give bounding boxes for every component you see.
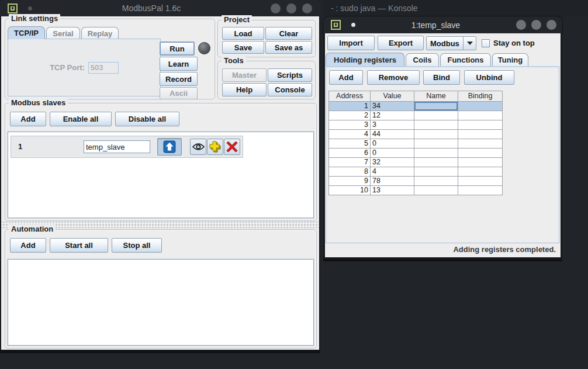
tab-coils[interactable]: Coils xyxy=(406,53,439,66)
table-row[interactable]: 4 44 xyxy=(329,130,503,139)
cell-binding[interactable] xyxy=(458,158,503,167)
table-row[interactable]: 8 4 xyxy=(329,167,503,177)
cell-address[interactable]: 8 xyxy=(329,167,371,177)
register-unbind-button[interactable]: Unbind xyxy=(464,70,514,85)
col-binding[interactable]: Binding xyxy=(458,91,503,102)
slaves-add-button[interactable]: Add xyxy=(10,112,46,126)
cell-value[interactable]: 12 xyxy=(371,111,414,120)
table-row[interactable]: 6 0 xyxy=(329,149,503,158)
cell-address[interactable]: 7 xyxy=(329,158,371,167)
register-remove-button[interactable]: Remove xyxy=(367,70,420,85)
tab-functions[interactable]: Functions xyxy=(440,53,491,66)
tab-holding-registers[interactable]: Holding registers xyxy=(326,53,404,66)
tab-replay[interactable]: Replay xyxy=(81,27,119,39)
scripts-button[interactable]: Scripts xyxy=(268,68,312,82)
cell-value[interactable]: 4 xyxy=(371,167,414,177)
table-row[interactable]: 9 78 xyxy=(329,177,503,186)
cell-name[interactable] xyxy=(414,102,458,111)
cell-value[interactable]: 0 xyxy=(371,149,414,158)
cell-value[interactable]: 3 xyxy=(371,120,414,130)
cell-address[interactable]: 4 xyxy=(329,130,371,139)
cell-address[interactable]: 5 xyxy=(329,139,371,149)
cell-binding[interactable] xyxy=(458,102,503,111)
table-header-row[interactable]: Address Value Name Binding xyxy=(329,91,503,102)
mode-combobox[interactable]: Modbus xyxy=(426,36,476,50)
disable-all-button[interactable]: Disable all xyxy=(115,112,179,126)
learn-button[interactable]: Learn xyxy=(160,57,198,71)
cell-name[interactable] xyxy=(414,139,458,149)
register-bind-button[interactable]: Bind xyxy=(423,70,460,85)
table-row[interactable]: 3 3 xyxy=(329,120,503,130)
enable-all-button[interactable]: Enable all xyxy=(50,112,112,126)
cell-name[interactable] xyxy=(414,130,458,139)
load-button[interactable]: Load xyxy=(222,27,264,40)
slave-name-field[interactable] xyxy=(84,140,150,153)
combo-arrow-button[interactable] xyxy=(464,37,476,50)
save-as-button[interactable]: Save as xyxy=(265,41,312,54)
col-name[interactable]: Name xyxy=(414,91,458,102)
slave-tuning-button[interactable] xyxy=(207,139,223,155)
cell-address[interactable]: 2 xyxy=(329,111,371,120)
record-button[interactable]: Record xyxy=(160,72,198,86)
window-menu-icon[interactable] xyxy=(8,4,18,13)
stay-on-top-label[interactable]: Stay on top xyxy=(493,39,535,47)
slave-maximize-icon[interactable] xyxy=(531,20,541,30)
cell-name[interactable] xyxy=(414,167,458,177)
import-button[interactable]: Import xyxy=(327,36,375,50)
start-all-button[interactable]: Start all xyxy=(50,238,108,253)
ascii-button[interactable]: Ascii xyxy=(160,87,198,99)
table-row[interactable]: 2 12 xyxy=(329,111,503,120)
cell-name[interactable] xyxy=(414,120,458,130)
cell-binding[interactable] xyxy=(458,111,503,120)
table-row[interactable]: 1 34 xyxy=(329,102,503,111)
maximize-icon[interactable] xyxy=(286,4,296,13)
help-button[interactable]: Help xyxy=(222,83,267,96)
slave-view-button[interactable] xyxy=(190,139,206,155)
cell-value[interactable]: 13 xyxy=(371,186,414,195)
slave-window-menu-icon[interactable] xyxy=(331,20,341,30)
register-add-button[interactable]: Add xyxy=(329,70,363,85)
cell-binding[interactable] xyxy=(458,186,503,195)
slave-delete-button[interactable] xyxy=(224,139,240,155)
cell-address[interactable]: 10 xyxy=(329,186,371,195)
tcp-port-field[interactable] xyxy=(88,62,119,74)
cell-value[interactable]: 0 xyxy=(371,139,414,149)
master-button[interactable]: Master xyxy=(222,68,267,82)
cell-value[interactable]: 44 xyxy=(371,130,414,139)
console-button[interactable]: Console xyxy=(268,83,312,96)
cell-name[interactable] xyxy=(414,111,458,120)
col-address[interactable]: Address xyxy=(329,91,371,102)
cell-name[interactable] xyxy=(414,186,458,195)
stay-on-top-checkbox[interactable] xyxy=(482,39,490,47)
cell-name[interactable] xyxy=(414,158,458,167)
slave-row[interactable]: 1 xyxy=(11,136,243,158)
cell-binding[interactable] xyxy=(458,139,503,149)
table-row[interactable]: 7 32 xyxy=(329,158,503,167)
cell-binding[interactable] xyxy=(458,177,503,186)
save-button[interactable]: Save xyxy=(222,41,264,54)
tab-serial[interactable]: Serial xyxy=(46,27,80,39)
cell-address[interactable]: 3 xyxy=(329,120,371,130)
export-button[interactable]: Export xyxy=(378,36,424,50)
clear-button[interactable]: Clear xyxy=(265,27,312,40)
col-value[interactable]: Value xyxy=(371,91,414,102)
close-icon[interactable] xyxy=(302,4,312,13)
cell-binding[interactable] xyxy=(458,120,503,130)
slave-enable-toggle[interactable] xyxy=(157,138,182,156)
stop-all-button[interactable]: Stop all xyxy=(112,238,162,253)
table-row[interactable]: 10 13 xyxy=(329,186,503,195)
slave-close-icon[interactable] xyxy=(547,20,556,30)
tab-tcpip[interactable]: TCP/IP xyxy=(8,26,45,39)
cell-value[interactable]: 32 xyxy=(371,158,414,167)
slave-minimize-icon[interactable] xyxy=(516,20,526,30)
automation-add-button[interactable]: Add xyxy=(10,238,46,253)
cell-address[interactable]: 6 xyxy=(329,149,371,158)
minimize-icon[interactable] xyxy=(271,4,281,13)
cell-binding[interactable] xyxy=(458,167,503,177)
cell-name[interactable] xyxy=(414,177,458,186)
run-button[interactable]: Run xyxy=(160,42,195,56)
cell-address[interactable]: 1 xyxy=(329,102,371,111)
cell-value[interactable]: 34 xyxy=(371,102,414,111)
cell-binding[interactable] xyxy=(458,130,503,139)
cell-address[interactable]: 9 xyxy=(329,177,371,186)
